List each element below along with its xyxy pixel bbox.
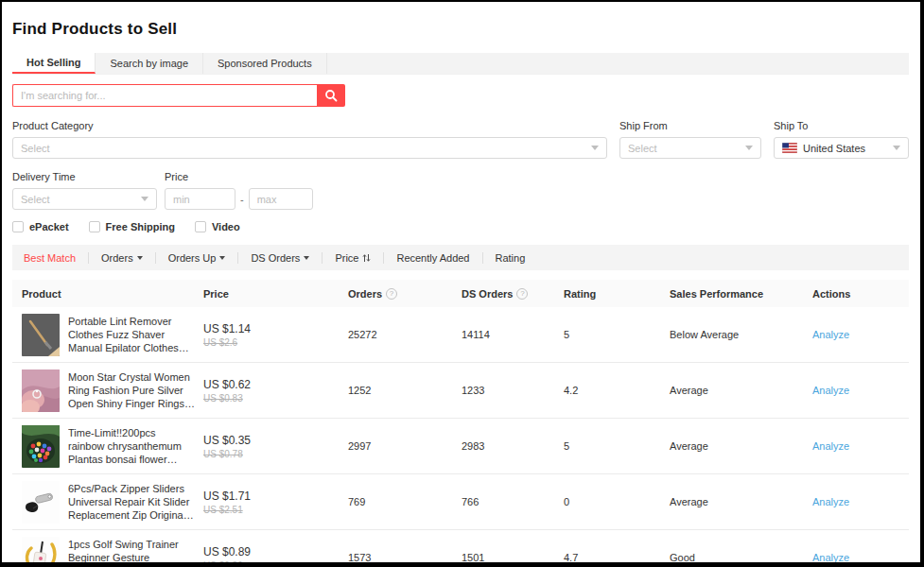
filter-price: Price - [165,171,313,210]
product-title[interactable]: Portable Lint Remover Clothes Fuzz Shave… [68,315,195,354]
current-price: US $0.62 [203,378,348,391]
sort-best-match[interactable]: Best Match [24,252,88,264]
price-max-input[interactable] [249,188,313,210]
products-table: Product Price Orders ? DS Orders ? Ratin… [12,280,909,567]
sales-performance-value: Average [670,440,812,452]
checkbox-video[interactable]: Video [195,221,240,232]
checkbox-box [195,221,206,232]
sort-ds-orders[interactable]: DS Orders [237,252,322,264]
price-cell: US $1.14 US $2.6 [203,322,348,348]
product-title[interactable]: Time-Limit!!200pcs rainbow chrysanthemum… [68,426,195,466]
table-row: 1pcs Golf Swing Trainer Beginner Gesture… [12,530,909,567]
help-icon[interactable]: ? [516,288,528,300]
sort-label: Price [335,252,358,264]
search-button[interactable] [317,84,345,107]
analyze-link[interactable]: Analyze [812,496,909,507]
checkbox-box [89,221,100,232]
sort-bar: Best Match Orders Orders Up DS Orders Pr… [12,245,909,270]
table-header-row: Product Price Orders ? DS Orders ? Ratin… [12,280,909,307]
tab-hot-selling[interactable]: Hot Selling [12,53,96,74]
orders-value: 1252 [348,385,462,396]
price-label: Price [165,171,313,182]
tab-sponsored-products[interactable]: Sponsored Products [203,53,327,74]
sort-label: Orders [101,252,133,264]
analyze-link[interactable]: Analyze [812,385,909,396]
ship-from-select[interactable]: Select [619,137,761,159]
price-cell: US $1.71 US $2.51 [203,490,348,515]
ship-from-label: Ship From [619,120,761,131]
product-title[interactable]: Moon Star Crystal Women Ring Fashion Pur… [68,370,195,410]
orders-value: 1573 [348,552,462,563]
product-image-zipper-slider[interactable] [22,481,60,524]
rating-value: 4.7 [564,552,670,563]
price-cell: US $0.89 US $0.89 [203,545,348,567]
tab-bar: Hot Selling Search by image Sponsored Pr… [12,53,909,75]
sort-up-down-icon [362,253,371,263]
sort-price[interactable]: Price [322,252,383,264]
checkbox-label: ePacket [29,221,69,232]
col-ds-orders: DS Orders ? [462,288,564,300]
analyze-link[interactable]: Analyze [812,329,909,340]
price-cell: US $0.35 US $0.78 [203,434,348,459]
sort-label: DS Orders [251,252,300,264]
chevron-down-icon [893,146,900,150]
col-price: Price [203,288,348,300]
search-input[interactable] [12,84,317,107]
sales-performance-value: Good [670,552,812,563]
help-icon[interactable]: ? [386,288,397,300]
price-cell: US $0.62 US $0.83 [203,378,348,404]
product-image-rainbow-flowers[interactable] [22,425,60,468]
sort-orders-up[interactable]: Orders Up [155,252,238,264]
sales-performance-value: Average [670,385,812,396]
checkbox-label: Free Shipping [106,221,175,232]
ds-orders-value: 1233 [462,385,564,396]
search-bar [12,84,345,107]
orders-value: 25272 [348,329,462,340]
product-title[interactable]: 1pcs Golf Swing Trainer Beginner Gesture… [68,538,195,567]
filter-delivery-time: Delivery Time Select [12,171,157,210]
table-row: Portable Lint Remover Clothes Fuzz Shave… [12,307,909,363]
current-price: US $0.89 [203,545,348,558]
original-price: US $2.6 [203,337,348,348]
col-label: DS Orders [462,288,513,300]
ship-to-select[interactable]: United States [774,137,909,159]
analyze-link[interactable]: Analyze [812,552,909,563]
tab-search-by-image[interactable]: Search by image [96,53,203,74]
checkbox-box [12,221,24,232]
ship-to-value: United States [803,143,887,154]
ds-orders-value: 2983 [462,440,564,452]
col-orders: Orders ? [348,288,462,300]
checkbox-free-shipping[interactable]: Free Shipping [89,221,175,232]
ds-orders-value: 14114 [462,329,564,340]
sort-recently-added[interactable]: Recently Added [383,252,481,264]
product-category-value: Select [21,143,585,154]
delivery-time-select[interactable]: Select [12,188,157,210]
caret-down-icon [304,256,309,260]
product-category-select[interactable]: Select [12,137,607,159]
product-title[interactable]: 6Pcs/Pack Zipper Sliders Universal Repai… [68,482,195,522]
product-image-crystal-ring[interactable] [22,369,60,412]
delivery-time-label: Delivery Time [12,171,157,182]
sales-performance-value: Average [670,496,812,507]
checkbox-epacket[interactable]: ePacket [12,221,69,232]
us-flag-icon [782,143,797,153]
product-image-lint-remover[interactable] [22,314,60,356]
table-row: Moon Star Crystal Women Ring Fashion Pur… [12,363,909,419]
checkbox-label: Video [212,221,240,232]
chevron-down-icon [745,146,753,150]
sort-orders[interactable]: Orders [88,252,155,264]
caret-down-icon [137,256,143,260]
table-row: Time-Limit!!200pcs rainbow chrysanthemum… [12,419,909,474]
current-price: US $1.14 [203,322,348,335]
ds-orders-value: 1501 [462,552,564,563]
sales-performance-value: Below Average [670,329,812,340]
sort-label: Recently Added [396,252,469,264]
product-category-label: Product Category [12,120,607,131]
product-image-golf-trainer[interactable] [22,537,60,567]
analyze-link[interactable]: Analyze [812,440,909,452]
sort-label: Rating [496,252,526,264]
delivery-time-value: Select [21,194,135,205]
rating-value: 5 [564,329,670,340]
price-min-input[interactable] [165,188,235,210]
sort-rating[interactable]: Rating [482,252,538,264]
